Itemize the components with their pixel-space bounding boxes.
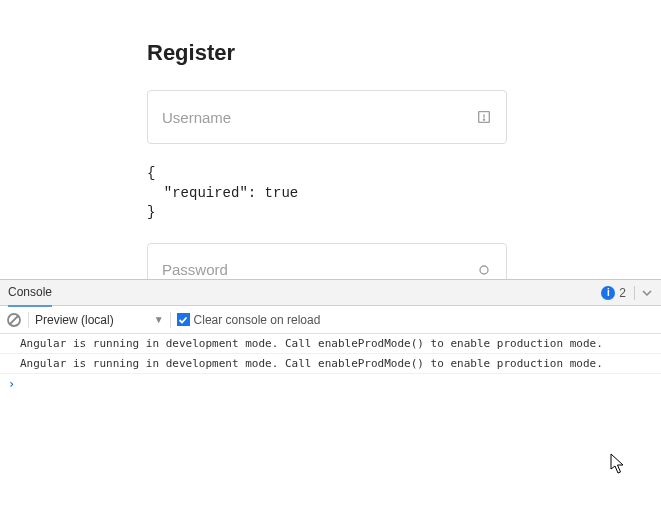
username-placeholder: Username bbox=[162, 109, 476, 126]
checkbox-label: Clear console on reload bbox=[194, 313, 321, 327]
log-line: Angular is running in development mode. … bbox=[0, 334, 661, 354]
devtools-panel: Console i 2 Preview (local) ▼ Clear cons… bbox=[0, 279, 661, 505]
checkbox-checked-icon bbox=[177, 313, 190, 326]
page-title: Register bbox=[147, 40, 507, 66]
divider bbox=[170, 312, 171, 328]
visibility-icon bbox=[476, 262, 492, 278]
clear-console-icon[interactable] bbox=[6, 312, 22, 328]
identity-icon bbox=[476, 109, 492, 125]
svg-line-5 bbox=[10, 316, 18, 324]
info-count-badge[interactable]: i 2 bbox=[601, 286, 626, 300]
tab-console[interactable]: Console bbox=[8, 285, 52, 307]
register-form: Register Username { "required": true } P… bbox=[147, 0, 507, 279]
console-log-area[interactable]: Angular is running in development mode. … bbox=[0, 334, 661, 394]
context-label: Preview (local) bbox=[35, 313, 114, 327]
chevron-down-icon: ▼ bbox=[154, 314, 164, 325]
svg-point-3 bbox=[480, 266, 488, 274]
devtools-tabbar: Console i 2 bbox=[0, 280, 661, 306]
clear-on-reload-checkbox[interactable]: Clear console on reload bbox=[177, 313, 321, 327]
password-placeholder: Password bbox=[162, 261, 476, 278]
validation-output: { "required": true } bbox=[147, 164, 507, 223]
context-selector[interactable]: Preview (local) ▼ bbox=[35, 313, 164, 327]
svg-point-2 bbox=[483, 119, 484, 120]
console-toolbar: Preview (local) ▼ Clear console on reloa… bbox=[0, 306, 661, 334]
username-field[interactable]: Username bbox=[147, 90, 507, 144]
chevron-down-icon[interactable] bbox=[641, 287, 653, 299]
console-prompt[interactable]: › bbox=[0, 374, 661, 394]
chevron-right-icon: › bbox=[8, 377, 15, 391]
app-content: Register Username { "required": true } P… bbox=[0, 0, 661, 279]
divider bbox=[28, 312, 29, 328]
log-line: Angular is running in development mode. … bbox=[0, 354, 661, 374]
divider bbox=[634, 286, 635, 300]
password-field[interactable]: Password bbox=[147, 243, 507, 279]
info-icon: i bbox=[601, 286, 615, 300]
